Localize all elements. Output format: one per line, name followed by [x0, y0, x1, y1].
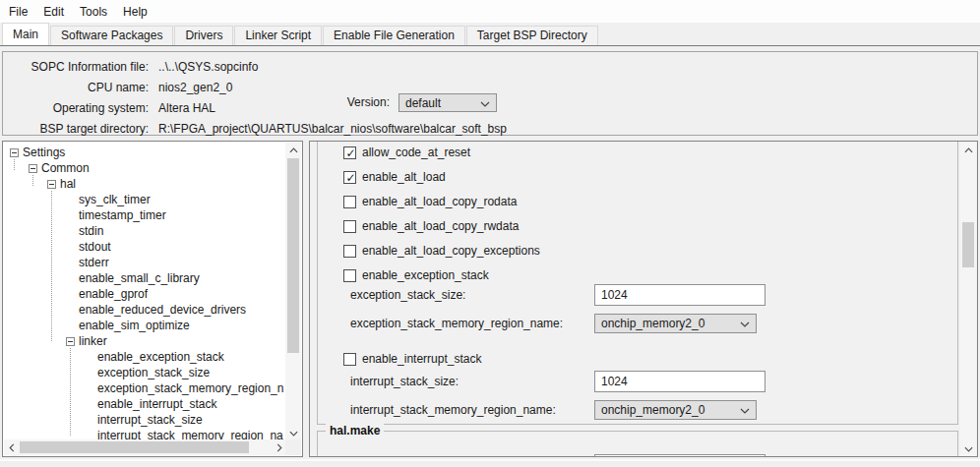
tree-guide	[14, 159, 15, 170]
checkbox-label: enable_interrupt_stack	[362, 352, 481, 366]
enable-alt-load-checkbox[interactable]	[343, 171, 356, 184]
scrollbar-corner	[285, 439, 301, 455]
tree-horizontal-scrollbar[interactable]	[4, 439, 287, 455]
tree-item-label: hal	[60, 177, 76, 191]
scroll-up-icon[interactable]	[285, 143, 301, 158]
tab-software-packages[interactable]: Software Packages	[50, 26, 173, 45]
bsp-dir-value: R:\FPGA_project\QUARTUS\balcar_nios\soft…	[158, 119, 507, 140]
tab-main[interactable]: Main	[2, 23, 49, 45]
enable-exception-stack-checkbox[interactable]	[343, 269, 356, 282]
tree-item-stderr[interactable]: stderr	[4, 255, 286, 270]
chevron-down-icon	[740, 403, 750, 417]
collapse-icon[interactable]	[47, 180, 56, 189]
os-label: Operating system:	[3, 98, 149, 119]
scroll-left-icon[interactable]	[4, 439, 20, 455]
tree-item-enable-gprof[interactable]: enable_gprof	[4, 286, 286, 302]
tab-target-bsp-directory[interactable]: Target BSP Directory	[466, 26, 598, 45]
menu-edit[interactable]: Edit	[35, 2, 72, 22]
menu-file[interactable]: File	[1, 2, 35, 22]
menu-tools[interactable]: Tools	[72, 2, 115, 22]
enable-alt-load-copy-rodata-checkbox[interactable]	[343, 196, 356, 208]
tree-item-settings[interactable]: Settings	[4, 145, 286, 160]
version-dropdown-value: default	[405, 96, 441, 110]
checkbox-row-enable-alt-load-copy-rwdata: enable_alt_load_copy_rwdata	[343, 218, 519, 234]
exception-stack-size-label: exception_stack_size:	[350, 288, 465, 302]
allow-code-at-reset-checkbox[interactable]	[343, 146, 356, 159]
checkbox-row-allow-code-at-reset: allow_code_at_reset	[343, 145, 470, 160]
tree-item-enable-reduced-device-drivers[interactable]: enable_reduced_device_drivers	[4, 302, 286, 318]
enable-interrupt-stack-checkbox[interactable]	[343, 353, 356, 366]
tree-item-label: interrupt_stack_size	[97, 413, 203, 427]
tree-item-enable-small-c-library[interactable]: enable_small_c_library	[4, 270, 286, 286]
dropdown-value: onchip_memory2_0	[601, 317, 704, 330]
tab-enable-file-generation[interactable]: Enable File Generation	[323, 26, 465, 45]
tree-guide	[70, 348, 71, 436]
tree-guide	[32, 175, 33, 186]
tab-strip: Main Software Packages Drivers Linker Sc…	[0, 23, 980, 45]
tree-item-enable-exception-stack[interactable]: enable_exception_stack	[4, 349, 286, 365]
tree-item-enable-interrupt-stack[interactable]: enable_interrupt_stack	[4, 396, 286, 412]
exception-stack-memory-region-label: exception_stack_memory_region_name:	[350, 317, 563, 330]
checkbox-row-enable-alt-load-copy-rodata: enable_alt_load_copy_rodata	[343, 194, 517, 209]
exception-stack-memory-region-dropdown[interactable]: onchip_memory2_0	[594, 314, 757, 333]
tree-item-label: enable_reduced_device_drivers	[79, 303, 246, 317]
collapse-icon[interactable]	[10, 148, 19, 157]
tree-item-stdin[interactable]: stdin	[4, 223, 286, 239]
sopc-file-value: ..\..\QSYS.sopcinfo	[158, 57, 258, 78]
tree-vscroll-thumb[interactable]	[287, 158, 299, 353]
checkbox-label: allow_code_at_reset	[362, 146, 470, 159]
cpu-name-label: CPU name:	[3, 78, 149, 98]
hal-make-groupbox: hal.make	[317, 431, 958, 457]
info-row-bsp-dir: BSP target directory: R:\FPGA_project\QU…	[3, 119, 977, 140]
tab-linker-script[interactable]: Linker Script	[234, 26, 322, 45]
collapse-icon[interactable]	[29, 164, 37, 173]
checkbox-row-enable-alt-load: enable_alt_load	[343, 169, 446, 185]
enable-alt-load-copy-exceptions-checkbox[interactable]	[343, 245, 356, 258]
partial-text-input[interactable]	[594, 454, 766, 457]
scroll-up-icon[interactable]	[960, 143, 976, 158]
settings-vertical-scrollbar[interactable]	[960, 143, 976, 457]
tree-item-interrupt-stack-size[interactable]: interrupt_stack_size	[4, 412, 286, 428]
tree-item-label: enable_gprof	[79, 287, 148, 301]
settings-tree: Settings Common hal sys_clk_timer timest…	[4, 143, 286, 441]
checkbox-label: enable_alt_load_copy_exceptions	[362, 244, 540, 258]
tree-item-hal[interactable]: hal	[4, 176, 286, 192]
tree-item-linker[interactable]: linker	[4, 333, 286, 349]
exception-stack-size-input[interactable]	[594, 284, 766, 306]
enable-alt-load-copy-rwdata-checkbox[interactable]	[343, 220, 356, 233]
tree-item-label: Common	[41, 161, 90, 175]
tree-item-sys-clk-timer[interactable]: sys_clk_timer	[4, 192, 286, 207]
bottom-strip	[0, 459, 980, 467]
interrupt-stack-memory-region-dropdown[interactable]: onchip_memory2_0	[594, 400, 757, 420]
tree-item-stdout[interactable]: stdout	[4, 239, 286, 255]
tree-item-label: stdin	[79, 224, 103, 238]
tree-vertical-scrollbar[interactable]	[285, 143, 301, 441]
settings-tree-panel: Settings Common hal sys_clk_timer timest…	[2, 141, 303, 457]
menu-help[interactable]: Help	[115, 2, 155, 22]
checkbox-label: enable_alt_load	[362, 170, 446, 184]
tab-pane-border	[0, 45, 980, 46]
os-value: Altera HAL	[158, 98, 215, 119]
tree-item-enable-sim-optimize[interactable]: enable_sim_optimize	[4, 318, 286, 333]
interrupt-stack-size-input[interactable]	[594, 371, 766, 392]
cpu-name-value: nios2_gen2_0	[158, 78, 232, 98]
scroll-down-icon[interactable]	[960, 441, 976, 457]
tree-item-label: enable_exception_stack	[97, 350, 224, 364]
tree-hscroll-thumb[interactable]	[20, 441, 249, 453]
tab-drivers[interactable]: Drivers	[174, 26, 233, 45]
tree-item-timestamp-timer[interactable]: timestamp_timer	[4, 207, 286, 223]
collapse-icon[interactable]	[66, 337, 75, 346]
tree-item-exception-stack-memory-region[interactable]: exception_stack_memory_region_n	[4, 380, 286, 396]
version-label: Version:	[249, 93, 390, 112]
tree-item-label: enable_sim_optimize	[79, 319, 190, 332]
tree-item-label: exception_stack_memory_region_n	[97, 381, 283, 395]
info-row-sopc: SOPC Information file: ..\..\QSYS.sopcin…	[3, 57, 977, 78]
tree-item-exception-stack-size[interactable]: exception_stack_size	[4, 365, 286, 380]
tree-item-common[interactable]: Common	[4, 160, 286, 176]
version-dropdown[interactable]: default	[398, 93, 497, 112]
interrupt-stack-memory-region-label: interrupt_stack_memory_region_name:	[350, 403, 556, 417]
tree-item-label: sys_clk_timer	[79, 193, 151, 206]
settings-vscroll-thumb[interactable]	[962, 222, 974, 267]
bsp-dir-label: BSP target directory:	[3, 119, 149, 140]
sopc-file-label: SOPC Information file:	[3, 57, 149, 78]
